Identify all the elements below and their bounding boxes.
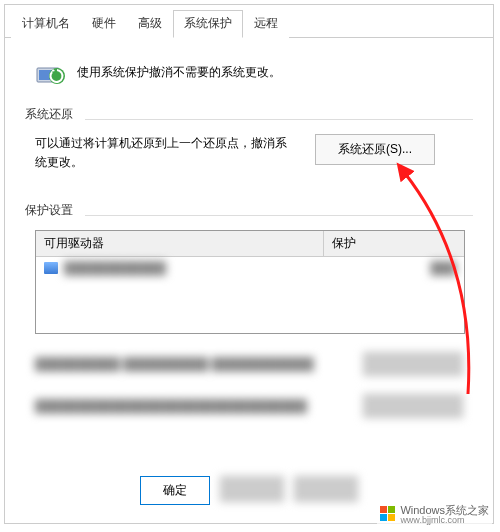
svg-rect-3 bbox=[380, 506, 387, 513]
drive-table-header: 可用驱动器 保护 bbox=[36, 231, 464, 257]
restore-description: 可以通过将计算机还原到上一个还原点，撤消系统更改。 bbox=[35, 134, 295, 172]
tab-remote[interactable]: 远程 bbox=[243, 10, 289, 38]
configure-description-blurred: ██████████ ██████████ ████████████ bbox=[35, 357, 314, 371]
section-system-restore-title: 系统还原 bbox=[25, 106, 473, 123]
restore-row: 可以通过将计算机还原到上一个还原点，撤消系统更改。 系统还原(S)... bbox=[35, 134, 473, 172]
svg-rect-6 bbox=[388, 514, 395, 521]
watermark-url: www.bjjmlc.com bbox=[400, 516, 489, 525]
create-button-blurred[interactable] bbox=[363, 394, 463, 418]
header-text: 使用系统保护撤消不需要的系统更改。 bbox=[77, 64, 281, 81]
section-protection-settings-title: 保护设置 bbox=[25, 202, 473, 219]
drive-table: 可用驱动器 保护 ████████████ ███ bbox=[35, 230, 465, 334]
watermark: Windows系统之家 www.bjjmlc.com bbox=[377, 503, 492, 526]
drive-table-body[interactable]: ████████████ ███ bbox=[36, 257, 464, 333]
configure-row: ██████████ ██████████ ████████████ bbox=[35, 352, 463, 376]
configure-button-blurred[interactable] bbox=[363, 352, 463, 376]
svg-rect-5 bbox=[380, 514, 387, 521]
column-protection: 保护 bbox=[324, 231, 464, 256]
create-description-blurred: ████████████████████████████████ bbox=[35, 399, 307, 413]
svg-rect-4 bbox=[388, 506, 395, 513]
drive-name-blurred: ████████████ bbox=[64, 261, 166, 275]
windows-logo-icon bbox=[380, 506, 396, 522]
system-restore-button[interactable]: 系统还原(S)... bbox=[315, 134, 435, 165]
cancel-button-blurred[interactable] bbox=[220, 476, 284, 502]
ok-button[interactable]: 确定 bbox=[140, 476, 210, 505]
system-protection-icon bbox=[35, 56, 67, 88]
create-row: ████████████████████████████████ bbox=[35, 394, 463, 418]
dialog-footer: 确定 bbox=[5, 476, 493, 505]
tab-system-protection[interactable]: 系统保护 bbox=[173, 10, 243, 38]
tab-content: 使用系统保护撤消不需要的系统更改。 系统还原 可以通过将计算机还原到上一个还原点… bbox=[5, 38, 493, 428]
apply-button-blurred[interactable] bbox=[294, 476, 358, 502]
tab-hardware[interactable]: 硬件 bbox=[81, 10, 127, 38]
tab-advanced[interactable]: 高级 bbox=[127, 10, 173, 38]
table-row[interactable]: ████████████ ███ bbox=[44, 261, 456, 275]
column-available-drives: 可用驱动器 bbox=[36, 231, 324, 256]
protection-status-blurred: ███ bbox=[430, 261, 456, 275]
header-row: 使用系统保护撤消不需要的系统更改。 bbox=[35, 56, 473, 88]
system-properties-dialog: 计算机名 硬件 高级 系统保护 远程 使用系统保护撤消不需要的系统更改。 系统还… bbox=[4, 4, 494, 524]
tab-bar: 计算机名 硬件 高级 系统保护 远程 bbox=[5, 5, 493, 38]
drive-icon bbox=[44, 262, 58, 274]
tab-computer-name[interactable]: 计算机名 bbox=[11, 10, 81, 38]
